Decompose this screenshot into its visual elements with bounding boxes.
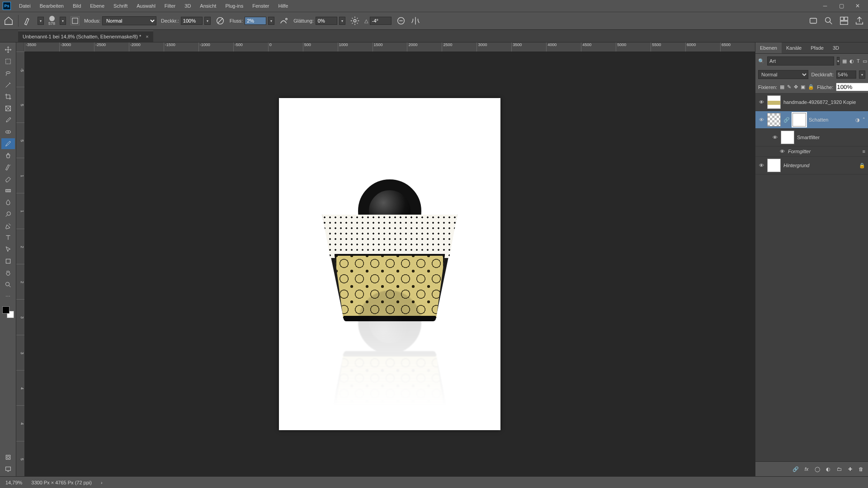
- screen-mode-icon[interactable]: [1, 464, 15, 474]
- history-brush-tool[interactable]: [1, 162, 15, 173]
- eraser-tool[interactable]: [1, 174, 15, 184]
- flow-input[interactable]: [245, 17, 266, 25]
- expand-icon[interactable]: ˄: [863, 117, 865, 123]
- brush-tool[interactable]: [1, 138, 15, 149]
- menu-filter[interactable]: Filter: [161, 1, 179, 10]
- clone-stamp-tool[interactable]: [1, 150, 15, 161]
- blend-mode-select[interactable]: Normal: [758, 70, 808, 79]
- layer-row[interactable]: 👁 Hintergrund 🔒: [755, 157, 868, 174]
- document-info[interactable]: 3300 Px × 4765 Px (72 ppi): [31, 480, 92, 485]
- move-tool[interactable]: [1, 44, 15, 55]
- smoothing-dropdown[interactable]: ▾: [339, 17, 345, 25]
- zoom-tool[interactable]: [1, 279, 15, 290]
- shape-tool[interactable]: [1, 256, 15, 267]
- brush-preview[interactable]: 578: [48, 16, 55, 26]
- menu-3d[interactable]: 3D: [181, 1, 194, 10]
- lock-pixels-icon[interactable]: ✎: [787, 83, 791, 91]
- symmetry-icon[interactable]: [410, 16, 420, 26]
- menu-select[interactable]: Auswahl: [133, 1, 159, 10]
- menu-edit[interactable]: Bearbeiten: [36, 1, 67, 10]
- magic-wand-tool[interactable]: [1, 80, 15, 90]
- menu-plugins[interactable]: Plug-ins: [222, 1, 247, 10]
- menu-view[interactable]: Ansicht: [196, 1, 220, 10]
- visibility-toggle[interactable]: 👁: [758, 117, 764, 123]
- link-layers-icon[interactable]: 🔗: [791, 465, 800, 474]
- pressure-opacity-icon[interactable]: [215, 16, 225, 26]
- layer-thumbnail[interactable]: [767, 113, 781, 127]
- brush-settings-icon[interactable]: [71, 16, 80, 25]
- adjustment-layer-icon[interactable]: ◐: [824, 465, 833, 474]
- tab-3d[interactable]: 3D: [828, 42, 844, 53]
- layer-name[interactable]: Schatten: [809, 117, 853, 122]
- airbrush-icon[interactable]: [279, 16, 289, 26]
- foreground-color-swatch[interactable]: [2, 306, 9, 314]
- cloud-docs-icon[interactable]: [808, 16, 818, 26]
- vertical-ruler[interactable]: -5 5 5 1 1 2 2 3 3 4 4 5: [16, 52, 24, 476]
- delete-layer-icon[interactable]: 🗑: [856, 465, 865, 474]
- fx-icon[interactable]: fx: [802, 465, 811, 474]
- frame-tool[interactable]: [1, 103, 15, 114]
- home-icon[interactable]: [4, 16, 14, 26]
- search-icon[interactable]: [824, 16, 834, 26]
- angle-input[interactable]: [370, 17, 392, 25]
- group-icon[interactable]: 🗀: [835, 465, 844, 474]
- flow-dropdown[interactable]: ▾: [268, 17, 274, 25]
- document-tab[interactable]: Unbenannt-1 bei 14,8% (Schatten, Ebenenm…: [18, 31, 153, 42]
- lock-position-icon[interactable]: ✥: [794, 83, 798, 91]
- maximize-button[interactable]: ▢: [834, 1, 849, 10]
- link-icon[interactable]: 🔗: [783, 117, 790, 123]
- layer-thumbnail[interactable]: [767, 159, 781, 172]
- filter-thumbnail[interactable]: [781, 131, 794, 144]
- add-mask-icon[interactable]: ◯: [813, 465, 822, 474]
- layers-filter-input[interactable]: [767, 56, 834, 66]
- pen-tool[interactable]: [1, 221, 15, 231]
- zoom-level[interactable]: 14,79%: [5, 480, 22, 485]
- canvas-stage[interactable]: [24, 52, 755, 476]
- layer-row[interactable]: 👁 Smartfilter: [755, 129, 868, 146]
- share-icon[interactable]: [854, 16, 864, 26]
- tab-layers[interactable]: Ebenen: [755, 42, 782, 53]
- opacity-input[interactable]: [181, 17, 203, 25]
- type-tool[interactable]: [1, 232, 15, 243]
- visibility-toggle[interactable]: 👁: [772, 134, 778, 141]
- dodge-tool[interactable]: [1, 209, 15, 220]
- lock-transparency-icon[interactable]: ▦: [780, 83, 784, 91]
- smoothing-input[interactable]: [316, 17, 337, 25]
- filter-blend-icon[interactable]: ≡: [863, 149, 865, 154]
- tab-channels[interactable]: Kanäle: [782, 42, 806, 53]
- eyedropper-tool[interactable]: [1, 115, 15, 126]
- document-tab-close-icon[interactable]: ×: [146, 34, 148, 39]
- hand-tool[interactable]: [1, 267, 15, 278]
- lasso-tool[interactable]: [1, 68, 15, 79]
- healing-brush-tool[interactable]: [1, 127, 15, 137]
- smoothing-options-icon[interactable]: [350, 16, 360, 26]
- layer-name[interactable]: Hintergrund: [783, 163, 856, 168]
- new-layer-icon[interactable]: ✚: [845, 465, 854, 474]
- menu-image[interactable]: Bild: [69, 1, 85, 10]
- fill-input[interactable]: [836, 83, 868, 91]
- crop-tool[interactable]: [1, 91, 15, 102]
- menu-layer[interactable]: Ebene: [86, 1, 108, 10]
- filter-type-icon[interactable]: T: [857, 57, 860, 65]
- layer-mask-thumbnail[interactable]: [793, 113, 806, 127]
- lock-artboard-icon[interactable]: ▣: [801, 83, 805, 91]
- layer-opacity-input[interactable]: [836, 70, 856, 79]
- lock-all-icon[interactable]: 🔒: [808, 83, 814, 91]
- visibility-toggle[interactable]: 👁: [758, 99, 764, 105]
- blur-tool[interactable]: [1, 197, 15, 208]
- layer-row[interactable]: 👁 Formgitter ≡: [755, 146, 868, 157]
- path-selection-tool[interactable]: [1, 244, 15, 255]
- quick-mask-icon[interactable]: [1, 452, 15, 463]
- layer-name[interactable]: handmade-4926872_1920 Kopie: [783, 99, 865, 105]
- status-arrow-icon[interactable]: ›: [101, 480, 103, 485]
- marquee-tool[interactable]: [1, 56, 15, 67]
- filter-adjust-icon[interactable]: ◐: [849, 57, 854, 65]
- workspace-icon[interactable]: [839, 16, 849, 26]
- layer-opacity-dropdown[interactable]: ▾: [859, 70, 865, 79]
- color-swatches[interactable]: [2, 306, 14, 318]
- horizontal-ruler[interactable]: -3500 -3000 -2500 -2000 -1500 -1000 -500…: [16, 42, 755, 52]
- layer-thumbnail[interactable]: [767, 95, 781, 109]
- pressure-size-icon[interactable]: [396, 16, 406, 26]
- menu-file[interactable]: Datei: [15, 1, 34, 10]
- minimize-button[interactable]: ─: [817, 1, 833, 10]
